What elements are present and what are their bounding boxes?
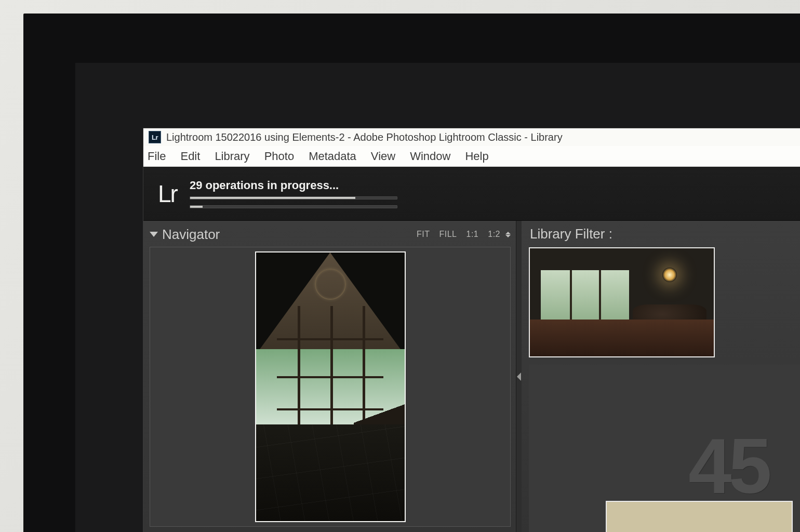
progress-bar-2[interactable]: [190, 205, 397, 208]
progress-fill-2: [190, 206, 203, 208]
disclosure-triangle-icon[interactable]: [150, 232, 158, 237]
window-title: Lightroom 15022016 using Elements-2 - Ad…: [166, 131, 563, 143]
thumbnail-1[interactable]: [529, 247, 715, 357]
main-area: Navigator FIT FILL 1:1 1:2: [143, 221, 800, 532]
app-icon: Lr: [149, 131, 161, 143]
navigator-panel: Navigator FIT FILL 1:1 1:2: [143, 221, 516, 532]
progress-label: 29 operations in progress...: [190, 179, 397, 192]
menu-library[interactable]: Library: [215, 150, 249, 163]
progress-bar-1[interactable]: [190, 196, 397, 200]
menu-view[interactable]: View: [371, 150, 395, 163]
menu-file[interactable]: File: [148, 150, 166, 163]
zoom-stepper-icon[interactable]: [505, 232, 511, 237]
progress-area: 29 operations in progress...: [190, 179, 397, 208]
grid-cell[interactable]: [606, 501, 793, 532]
menu-help[interactable]: Help: [465, 150, 488, 163]
zoom-fill[interactable]: FILL: [439, 230, 457, 239]
menu-edit[interactable]: Edit: [180, 150, 200, 163]
navigator-header: Navigator FIT FILL 1:1 1:2: [150, 224, 511, 245]
library-filter-label[interactable]: Library Filter :: [529, 224, 800, 247]
navigator-preview-image[interactable]: [255, 251, 406, 522]
zoom-1-2[interactable]: 1:2: [488, 230, 500, 239]
zoom-fit[interactable]: FIT: [417, 230, 430, 239]
left-panel-collapse-handle[interactable]: [516, 221, 522, 532]
menu-photo[interactable]: Photo: [264, 150, 295, 163]
grid-area: 45: [529, 365, 800, 532]
library-panel: Library Filter : 45: [522, 221, 800, 532]
navigator-zoom-options: FIT FILL 1:1 1:2: [417, 230, 511, 239]
monitor-bezel-outer: Lr Lightroom 15022016 using Elements-2 -…: [23, 14, 800, 532]
grid-index-watermark: 45: [688, 421, 769, 511]
monitor-bezel-inner: Lr Lightroom 15022016 using Elements-2 -…: [75, 63, 800, 532]
lr-logo: Lr: [158, 180, 177, 208]
window-titlebar: Lr Lightroom 15022016 using Elements-2 -…: [143, 128, 800, 146]
zoom-1-1[interactable]: 1:1: [466, 230, 479, 239]
screen: Lr Lightroom 15022016 using Elements-2 -…: [143, 128, 800, 532]
menu-window[interactable]: Window: [410, 150, 450, 163]
filmstrip-row: [529, 247, 800, 357]
progress-fill-1: [190, 197, 355, 199]
identity-plate-strip: Lr 29 operations in progress...: [143, 167, 800, 221]
navigator-frame: [150, 247, 511, 527]
menu-bar: File Edit Library Photo Metadata View Wi…: [143, 146, 800, 167]
navigator-title: Navigator: [162, 227, 220, 243]
menu-metadata[interactable]: Metadata: [309, 150, 356, 163]
chevron-left-icon: [517, 373, 521, 381]
